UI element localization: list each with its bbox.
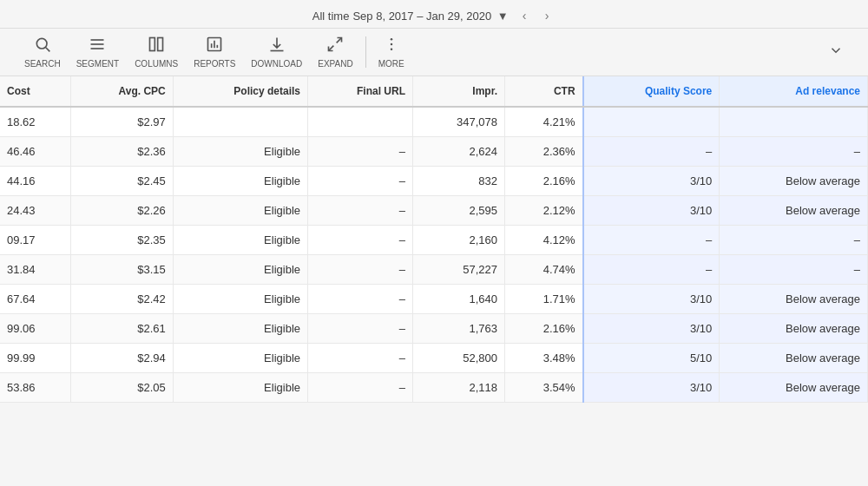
col-quality-score[interactable]: Quality Score bbox=[583, 76, 720, 107]
cell-ctr: 2.16% bbox=[505, 167, 583, 196]
cell-avg_cpc: $2.05 bbox=[70, 373, 173, 403]
columns-label: COLUMNS bbox=[135, 59, 178, 69]
alltime-label: All time bbox=[312, 10, 350, 23]
more-label: MORE bbox=[378, 59, 404, 69]
col-ctr[interactable]: CTR bbox=[505, 76, 583, 107]
cell-ad_relevance: Below average bbox=[720, 344, 868, 373]
svg-point-14 bbox=[390, 38, 392, 41]
search-toolbar-item[interactable]: SEARCH bbox=[17, 32, 68, 72]
cell-ad_relevance: – bbox=[720, 255, 868, 285]
cell-ad_relevance: Below average bbox=[720, 314, 868, 344]
cell-policy: Eligible bbox=[173, 255, 307, 285]
cell-final_url: – bbox=[308, 285, 413, 314]
svg-rect-6 bbox=[158, 38, 163, 51]
svg-point-15 bbox=[390, 43, 392, 46]
cell-ad_relevance: Below average bbox=[720, 196, 868, 226]
col-avg-cpc[interactable]: Avg. CPC bbox=[70, 76, 173, 107]
cell-final_url: – bbox=[308, 344, 413, 373]
table-row: 09.17$2.35Eligible–2,1604.12%–– bbox=[0, 226, 868, 255]
cell-avg_cpc: $2.45 bbox=[70, 167, 173, 196]
col-cost[interactable]: Cost bbox=[0, 76, 70, 107]
cell-ctr: 2.16% bbox=[505, 314, 583, 344]
cell-policy bbox=[173, 107, 307, 137]
download-icon bbox=[268, 36, 286, 57]
cell-impr: 2,595 bbox=[412, 196, 504, 226]
reports-icon bbox=[206, 36, 223, 57]
cell-quality_score: – bbox=[583, 137, 720, 167]
date-range-text: Sep 8, 2017 – Jan 29, 2020 bbox=[352, 10, 491, 23]
download-toolbar-item[interactable]: DOWNLOAD bbox=[244, 32, 309, 72]
cell-impr: 2,118 bbox=[412, 373, 504, 403]
top-bar: All time Sep 8, 2017 – Jan 29, 2020 ▼ ‹ … bbox=[0, 0, 868, 29]
cell-quality_score: 3/10 bbox=[583, 314, 720, 344]
svg-line-13 bbox=[329, 46, 334, 51]
reports-label: REPORTS bbox=[194, 59, 235, 69]
col-ad-relevance[interactable]: Ad relevance bbox=[720, 76, 868, 107]
cell-avg_cpc: $2.26 bbox=[70, 196, 173, 226]
table-wrapper: Cost Avg. CPC Policy details Final URL I… bbox=[0, 76, 868, 484]
cell-impr: 52,800 bbox=[412, 344, 504, 373]
cell-avg_cpc: $2.97 bbox=[70, 107, 173, 137]
cell-ctr: 4.74% bbox=[505, 255, 583, 285]
more-icon bbox=[383, 36, 400, 57]
date-range-display: All time Sep 8, 2017 – Jan 29, 2020 ▼ bbox=[312, 8, 510, 23]
cell-quality_score: 3/10 bbox=[583, 196, 720, 226]
cell-avg_cpc: $3.15 bbox=[70, 255, 173, 285]
table-row: 53.86$2.05Eligible–2,1183.54%3/10Below a… bbox=[0, 373, 868, 403]
cell-ctr: 4.12% bbox=[505, 226, 583, 255]
cell-ad_relevance: – bbox=[720, 137, 868, 167]
table-row: 99.06$2.61Eligible–1,7632.16%3/10Below a… bbox=[0, 314, 868, 344]
cell-quality_score: – bbox=[583, 255, 720, 285]
columns-toolbar-item[interactable]: COLUMNS bbox=[128, 32, 185, 72]
toolbar-divider bbox=[365, 36, 366, 68]
cell-final_url: – bbox=[308, 196, 413, 226]
cell-ctr: 3.54% bbox=[505, 373, 583, 403]
col-final-url[interactable]: Final URL bbox=[308, 76, 413, 107]
cell-ad_relevance: – bbox=[720, 226, 868, 255]
next-arrow[interactable]: › bbox=[538, 7, 556, 24]
cell-ctr: 3.48% bbox=[505, 344, 583, 373]
search-icon bbox=[34, 36, 51, 57]
cell-ctr: 2.36% bbox=[505, 137, 583, 167]
cell-quality_score: 3/10 bbox=[583, 167, 720, 196]
more-toolbar-item[interactable]: MORE bbox=[372, 32, 411, 72]
table-row: 18.62$2.97347,0784.21% bbox=[0, 107, 868, 137]
segment-icon bbox=[89, 36, 106, 57]
expand-icon bbox=[326, 36, 344, 57]
svg-line-12 bbox=[337, 38, 342, 43]
toolbar-chevron-icon[interactable] bbox=[821, 39, 851, 65]
prev-arrow[interactable]: ‹ bbox=[516, 7, 533, 24]
cell-cost: 99.99 bbox=[0, 344, 70, 373]
cell-policy: Eligible bbox=[173, 344, 307, 373]
table-row: 99.99$2.94Eligible–52,8003.48%5/10Below … bbox=[0, 344, 868, 373]
cell-final_url: – bbox=[308, 226, 413, 255]
cell-impr: 347,078 bbox=[412, 107, 504, 137]
cell-final_url: – bbox=[308, 373, 413, 403]
table-row: 67.64$2.42Eligible–1,6401.71%3/10Below a… bbox=[0, 285, 868, 314]
table-row: 44.16$2.45Eligible–8322.16%3/10Below ave… bbox=[0, 167, 868, 196]
svg-rect-5 bbox=[150, 38, 155, 51]
table-row: 31.84$3.15Eligible–57,2274.74%–– bbox=[0, 255, 868, 285]
date-dropdown-icon[interactable]: ▼ bbox=[495, 8, 510, 23]
cell-cost: 53.86 bbox=[0, 373, 70, 403]
expand-toolbar-item[interactable]: EXPAND bbox=[311, 32, 359, 72]
cell-impr: 57,227 bbox=[412, 255, 504, 285]
cell-policy: Eligible bbox=[173, 226, 307, 255]
cell-cost: 44.16 bbox=[0, 167, 70, 196]
col-policy[interactable]: Policy details bbox=[173, 76, 307, 107]
col-impr[interactable]: Impr. bbox=[412, 76, 504, 107]
cell-impr: 2,624 bbox=[412, 137, 504, 167]
search-label: SEARCH bbox=[24, 59, 61, 69]
table-header-row: Cost Avg. CPC Policy details Final URL I… bbox=[0, 76, 868, 107]
cell-cost: 46.46 bbox=[0, 137, 70, 167]
table-row: 46.46$2.36Eligible–2,6242.36%–– bbox=[0, 137, 868, 167]
svg-point-0 bbox=[36, 38, 47, 49]
segment-toolbar-item[interactable]: SEGMENT bbox=[69, 32, 126, 72]
reports-toolbar-item[interactable]: REPORTS bbox=[187, 32, 242, 72]
svg-point-16 bbox=[390, 49, 392, 51]
cell-policy: Eligible bbox=[173, 167, 307, 196]
cell-impr: 1,640 bbox=[412, 285, 504, 314]
cell-ad_relevance: Below average bbox=[720, 373, 868, 403]
cell-policy: Eligible bbox=[173, 373, 307, 403]
main-table: Cost Avg. CPC Policy details Final URL I… bbox=[0, 76, 868, 403]
